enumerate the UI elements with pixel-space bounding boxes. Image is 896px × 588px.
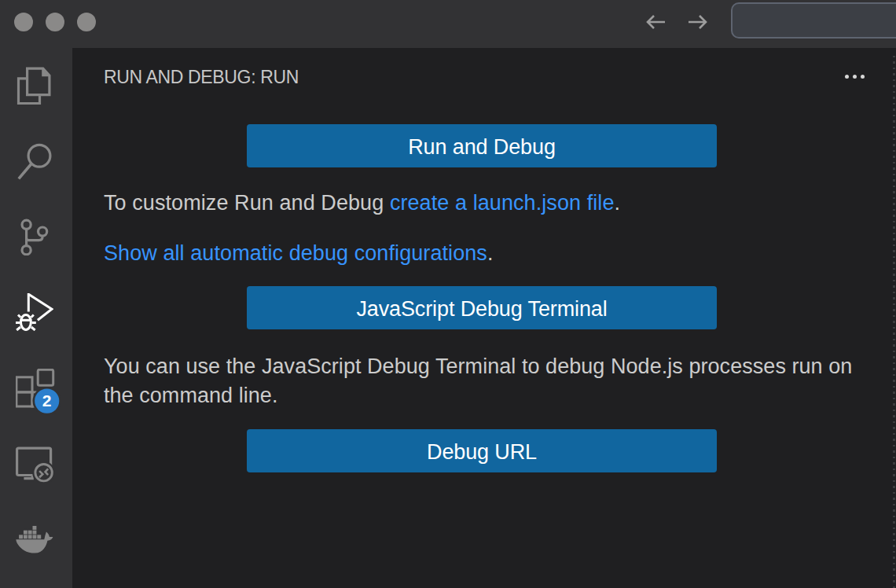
svg-text:2: 2	[42, 391, 52, 410]
